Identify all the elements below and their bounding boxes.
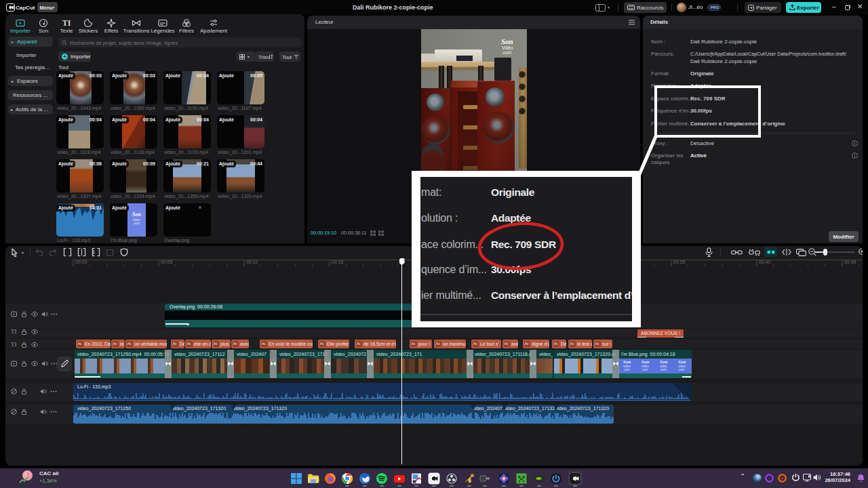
svg-text:TI: TI (62, 18, 71, 28)
